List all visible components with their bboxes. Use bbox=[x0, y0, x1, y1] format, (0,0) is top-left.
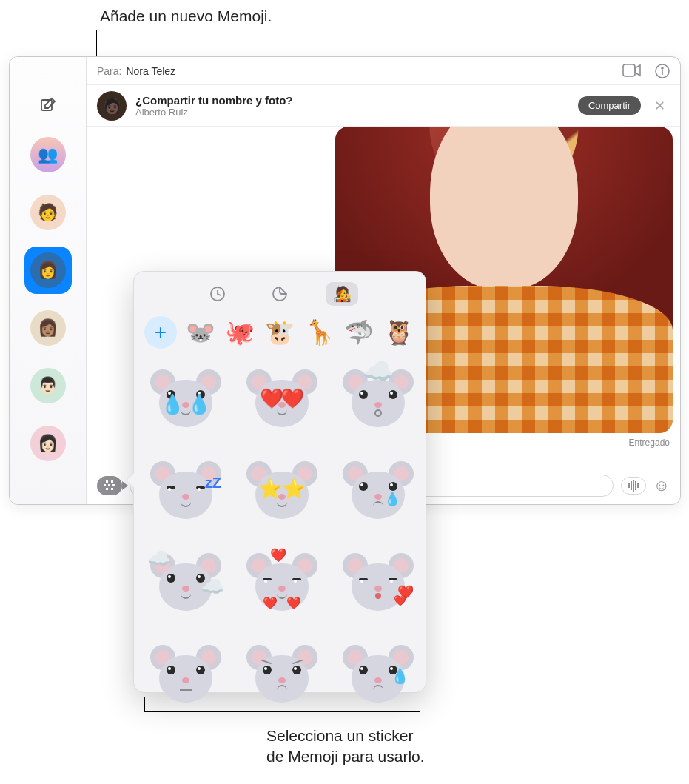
details-info-icon[interactable] bbox=[655, 64, 670, 78]
conversation-item-selected[interactable]: 👩 bbox=[24, 247, 72, 294]
add-memoji-button[interactable]: + bbox=[144, 316, 177, 349]
memoji-tab-icon: 🧑‍🎤 bbox=[333, 285, 352, 303]
audio-message-button[interactable] bbox=[621, 477, 646, 495]
compose-button[interactable] bbox=[33, 90, 63, 120]
character-giraffe[interactable]: 🦒 bbox=[303, 316, 336, 349]
photo-face bbox=[430, 127, 578, 289]
conversation-group[interactable]: 👥 bbox=[24, 131, 72, 178]
conversation-item[interactable]: 👩🏻 bbox=[24, 420, 72, 467]
memoji-sticker-popover: 🧑‍🎤 + 🐭 🐙 🐮 🦒 🦈 🦉 💧💧 ❤️❤️ ☁️ bbox=[133, 271, 426, 693]
close-icon[interactable]: ✕ bbox=[650, 98, 670, 114]
sticker-star-eyes[interactable]: ⭐⭐ bbox=[241, 452, 323, 531]
tab-stickers[interactable] bbox=[263, 282, 296, 306]
callout-bottom-line1: Selecciona un sticker bbox=[266, 727, 413, 744]
svg-rect-1 bbox=[623, 64, 635, 76]
character-mouse[interactable]: 🐭 bbox=[184, 316, 217, 349]
avatar: 👥 bbox=[30, 137, 66, 172]
avatar: 👩 bbox=[30, 252, 66, 288]
share-button[interactable]: Compartir bbox=[578, 96, 641, 115]
delivery-status: Entregado bbox=[629, 438, 670, 448]
conversation-item[interactable]: 👩🏽 bbox=[24, 304, 72, 352]
sticker-mind-blown[interactable]: ☁️ bbox=[337, 361, 420, 439]
callout-add-memoji: Añade un nuevo Memoji. bbox=[100, 7, 272, 25]
sticker-grid: 💧💧 ❤️❤️ ☁️ zZ ⭐⭐ bbox=[143, 361, 417, 714]
avatar: 🧑 bbox=[30, 195, 66, 230]
avatar: 👩🏽 bbox=[30, 310, 66, 346]
share-name-photo-banner: 🧑🏿 ¿Compartir tu nombre y foto? Alberto … bbox=[87, 85, 680, 127]
tab-recents[interactable] bbox=[201, 282, 234, 306]
conversation-item[interactable]: 👨🏻 bbox=[24, 362, 72, 409]
sidebar: 👥 🧑 👩 👩🏽 👨🏻 👩🏻 bbox=[10, 57, 87, 504]
to-label: Para: bbox=[97, 65, 121, 77]
conversation-list: 👥 🧑 👩 👩🏽 👨🏻 👩🏻 bbox=[10, 131, 86, 467]
sticker-kiss-hearts[interactable]: ❤️ ❤️ bbox=[337, 544, 420, 623]
sticker-hearts-around[interactable]: ❤️ ❤️ ❤️ bbox=[241, 544, 323, 623]
character-shark[interactable]: 🦈 bbox=[343, 316, 376, 349]
callout-bracket-bottom bbox=[144, 697, 420, 712]
popover-tabs: 🧑‍🎤 bbox=[143, 282, 417, 306]
callout-bottom-line2: de Memoji para usarlo. bbox=[266, 748, 425, 765]
conversation-header: Para: Nora Telez bbox=[87, 57, 680, 85]
tab-memoji[interactable]: 🧑‍🎤 bbox=[326, 282, 358, 306]
share-question: ¿Compartir tu nombre y foto? bbox=[135, 94, 293, 107]
avatar: 👨🏻 bbox=[30, 368, 66, 403]
sticker-head-in-clouds[interactable]: ☁️☁️ bbox=[144, 544, 227, 623]
sticker-laugh-cry[interactable]: 💧💧 bbox=[144, 361, 227, 439]
sticker-sleepy[interactable]: zZ bbox=[144, 452, 227, 531]
share-avatar: 🧑🏿 bbox=[97, 91, 127, 121]
avatar: 👩🏻 bbox=[30, 426, 66, 461]
to-name[interactable]: Nora Telez bbox=[126, 65, 175, 77]
character-octopus[interactable]: 🐙 bbox=[223, 316, 256, 349]
conversation-item[interactable]: 🧑 bbox=[24, 189, 72, 236]
sticker-heart-eyes[interactable]: ❤️❤️ bbox=[241, 361, 323, 439]
facetime-video-icon[interactable] bbox=[622, 64, 642, 78]
svg-point-3 bbox=[662, 67, 663, 69]
memoji-character-row: + 🐭 🐙 🐮 🦒 🦈 🦉 bbox=[143, 316, 417, 349]
header-actions bbox=[622, 64, 670, 78]
share-text: ¿Compartir tu nombre y foto? Alberto Rui… bbox=[135, 94, 293, 118]
callout-select-sticker: Selecciona un sticker de Memoji para usa… bbox=[266, 726, 425, 768]
share-name: Alberto Ruiz bbox=[135, 107, 293, 118]
character-cow[interactable]: 🐮 bbox=[263, 316, 296, 349]
emoji-picker-icon[interactable]: ☺ bbox=[653, 476, 670, 495]
sticker-tear[interactable]: 💧 bbox=[337, 452, 420, 531]
character-owl[interactable]: 🦉 bbox=[383, 316, 415, 349]
apps-button[interactable] bbox=[97, 476, 122, 495]
